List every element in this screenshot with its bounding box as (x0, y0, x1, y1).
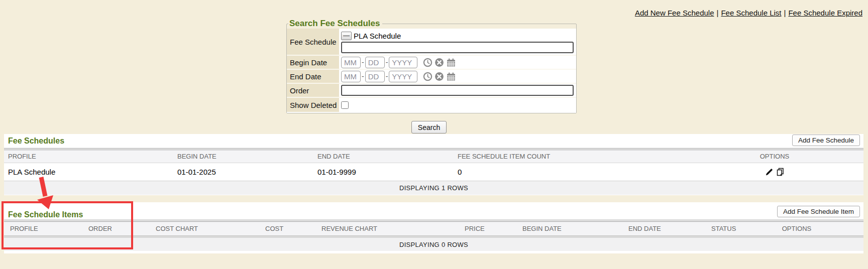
fee-schedule-search-input[interactable] (341, 42, 574, 53)
clock-icon[interactable] (423, 58, 432, 67)
order-row: Order (287, 84, 576, 98)
tree-collapse-icon[interactable]: — (341, 32, 352, 40)
nav-separator: | (782, 9, 789, 17)
fee-schedule-page: { "colors": { "accent_green": "#567a1b",… (0, 0, 868, 269)
show-deleted-row: Show Deleted (287, 98, 576, 112)
fee-schedule-items-panel: Fee Schedule Items Add Fee Schedule Item… (4, 202, 863, 253)
clear-date-icon[interactable] (435, 58, 444, 67)
row-item-count: 0 (458, 163, 707, 181)
fee-schedules-header-row: PROFILE BEGIN DATE END DATE FEE SCHEDULE… (4, 150, 863, 163)
order-input[interactable] (341, 85, 574, 96)
clock-icon[interactable] (423, 72, 432, 81)
show-deleted-checkbox[interactable] (341, 101, 349, 109)
end-date-month-input[interactable] (341, 71, 361, 82)
tree-item-pla-schedule[interactable]: PLA Schedule (354, 32, 401, 40)
column-header-options: OPTIONS (707, 150, 842, 163)
top-nav: Add New Fee Schedule|Fee Schedule List|F… (635, 9, 862, 17)
end-date-year-input[interactable] (389, 71, 417, 82)
date-separator: - (386, 72, 388, 80)
begin-date-row: Begin Date - - (287, 56, 576, 70)
begin-date-day-input[interactable] (365, 57, 385, 68)
end-date-day-input[interactable] (365, 71, 385, 82)
column-header-end-date: END DATE (628, 222, 711, 235)
end-date-label: End Date (287, 70, 339, 83)
search-button[interactable]: Search (411, 121, 447, 133)
show-deleted-label: Show Deleted (287, 98, 339, 112)
copy-icon[interactable] (776, 167, 785, 177)
fee-schedule-row: Fee Schedule — PLA Schedule (287, 29, 576, 56)
end-date-row: End Date - - (287, 70, 576, 84)
begin-date-month-input[interactable] (341, 57, 361, 68)
add-fee-schedule-item-button[interactable]: Add Fee Schedule Item (777, 206, 860, 217)
column-header-options: OPTIONS (756, 222, 837, 235)
clear-date-icon[interactable] (435, 72, 444, 81)
column-header-begin-date: BEGIN DATE (522, 222, 628, 235)
nav-separator: | (714, 9, 721, 17)
fee-schedule-items-footer: DISPLAYING 0 ROWS (4, 238, 863, 251)
row-begin-date: 01-01-2025 (177, 163, 317, 181)
fee-schedules-footer: DISPLAYING 1 ROWS (4, 181, 863, 195)
begin-date-label: Begin Date (287, 56, 339, 69)
fee-schedule-items-header-row: PROFILE ORDER COST CHART COST REVENUE CH… (4, 222, 863, 235)
panel-strip (4, 251, 863, 253)
column-header-end-date: END DATE (317, 150, 458, 163)
column-header-status: STATUS (711, 222, 756, 235)
search-fee-schedules-form: Search Fee Schedules Fee Schedule — PLA … (286, 19, 577, 113)
column-header-item-count: FEE SCHEDULE ITEM COUNT (458, 150, 707, 163)
edit-pencil-icon[interactable] (765, 167, 774, 177)
fee-schedule-items-title: Fee Schedule Items (4, 210, 83, 219)
column-header-cost: COST (265, 222, 321, 235)
search-form-title: Search Fee Schedules (288, 19, 382, 29)
fee-schedules-title: Fee Schedules (4, 137, 64, 146)
fee-schedule-list-link[interactable]: Fee Schedule List (721, 9, 781, 17)
begin-date-year-input[interactable] (389, 57, 417, 68)
fee-schedule-table-row: PLA Schedule 01-01-2025 01-01-9999 0 (4, 163, 863, 181)
add-fee-schedule-button[interactable]: Add Fee Schedule (792, 134, 860, 146)
column-header-price: PRICE (465, 222, 522, 235)
column-header-begin-date: BEGIN DATE (177, 150, 317, 163)
date-separator: - (386, 58, 388, 66)
column-header-cost-chart: COST CHART (156, 222, 265, 235)
column-header-order: ORDER (88, 222, 156, 235)
row-end-date: 01-01-9999 (317, 163, 458, 181)
fee-schedule-expired-link[interactable]: Fee Schedule Expired (788, 9, 862, 17)
calendar-icon[interactable] (446, 58, 456, 67)
add-new-fee-schedule-link[interactable]: Add New Fee Schedule (635, 9, 714, 17)
date-separator: - (362, 72, 364, 80)
order-label: Order (287, 84, 339, 97)
column-header-revenue-chart: REVENUE CHART (321, 222, 465, 235)
column-header-profile: PROFILE (4, 222, 88, 235)
fee-schedules-panel: Fee Schedules Add Fee Schedule PROFILE B… (4, 134, 863, 195)
calendar-icon[interactable] (446, 72, 456, 81)
column-header-profile: PROFILE (4, 150, 177, 163)
date-separator: - (362, 58, 364, 66)
fee-schedule-label: Fee Schedule (287, 29, 339, 55)
row-profile: PLA Schedule (4, 163, 177, 181)
